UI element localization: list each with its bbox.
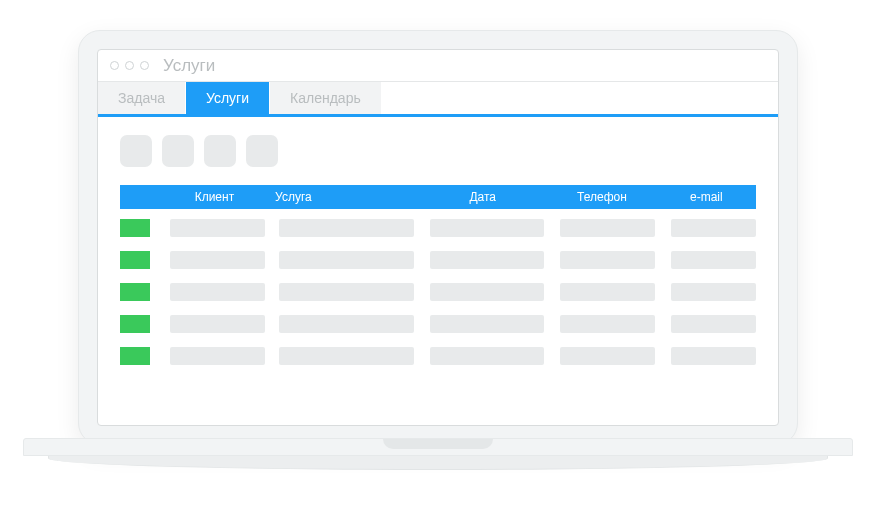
window-title: Услуги (163, 56, 215, 76)
cell-phone (560, 283, 655, 301)
toolbar-button-4[interactable] (246, 135, 278, 167)
cell-email (671, 283, 756, 301)
column-client: Клиент (160, 190, 269, 204)
status-indicator (120, 315, 150, 333)
table-row[interactable] (120, 315, 756, 333)
cell-client (170, 219, 265, 237)
content-area: Клиент Услуга Дата Телефон e-mail (98, 117, 778, 389)
toolbar-button-3[interactable] (204, 135, 236, 167)
cell-date (430, 283, 545, 301)
table-row[interactable] (120, 347, 756, 365)
cell-service (279, 315, 414, 333)
cell-phone (560, 219, 655, 237)
cell-service (279, 347, 414, 365)
status-indicator (120, 251, 150, 269)
cell-phone (560, 251, 655, 269)
column-service: Услуга (269, 190, 418, 204)
toolbar (120, 135, 756, 167)
cell-email (671, 251, 756, 269)
laptop-base (23, 438, 853, 480)
cell-client (170, 251, 265, 269)
cell-date (430, 219, 545, 237)
cell-phone (560, 315, 655, 333)
tab-bar: Задача Услуги Календарь (98, 82, 778, 117)
status-indicator (120, 283, 150, 301)
close-icon[interactable] (110, 61, 119, 70)
table-row[interactable] (120, 219, 756, 237)
toolbar-button-1[interactable] (120, 135, 152, 167)
column-email: e-mail (657, 190, 756, 204)
cell-client (170, 347, 265, 365)
window-controls (110, 61, 149, 70)
app-window: Услуги Задача Услуги Календарь Клиент Ус… (97, 49, 779, 426)
cell-email (671, 219, 756, 237)
laptop-notch (383, 439, 493, 449)
cell-service (279, 283, 414, 301)
table-body (120, 209, 756, 365)
cell-phone (560, 347, 655, 365)
status-indicator (120, 219, 150, 237)
cell-date (430, 251, 545, 269)
table-row[interactable] (120, 251, 756, 269)
cell-client (170, 283, 265, 301)
toolbar-button-2[interactable] (162, 135, 194, 167)
screen-bezel: Услуги Задача Услуги Календарь Клиент Ус… (78, 30, 798, 445)
column-date: Дата (418, 190, 547, 204)
laptop-frame: Услуги Задача Услуги Календарь Клиент Ус… (78, 30, 798, 480)
cell-email (671, 315, 756, 333)
cell-email (671, 347, 756, 365)
tab-task[interactable]: Задача (98, 82, 186, 114)
cell-service (279, 219, 414, 237)
cell-date (430, 315, 545, 333)
status-indicator (120, 347, 150, 365)
column-phone: Телефон (547, 190, 656, 204)
cell-client (170, 315, 265, 333)
minimize-icon[interactable] (125, 61, 134, 70)
maximize-icon[interactable] (140, 61, 149, 70)
table-header: Клиент Услуга Дата Телефон e-mail (120, 185, 756, 209)
titlebar: Услуги (98, 50, 778, 82)
column-status (120, 190, 160, 204)
tab-services[interactable]: Услуги (186, 82, 270, 114)
cell-date (430, 347, 545, 365)
tab-calendar[interactable]: Календарь (270, 82, 382, 114)
cell-service (279, 251, 414, 269)
table-row[interactable] (120, 283, 756, 301)
